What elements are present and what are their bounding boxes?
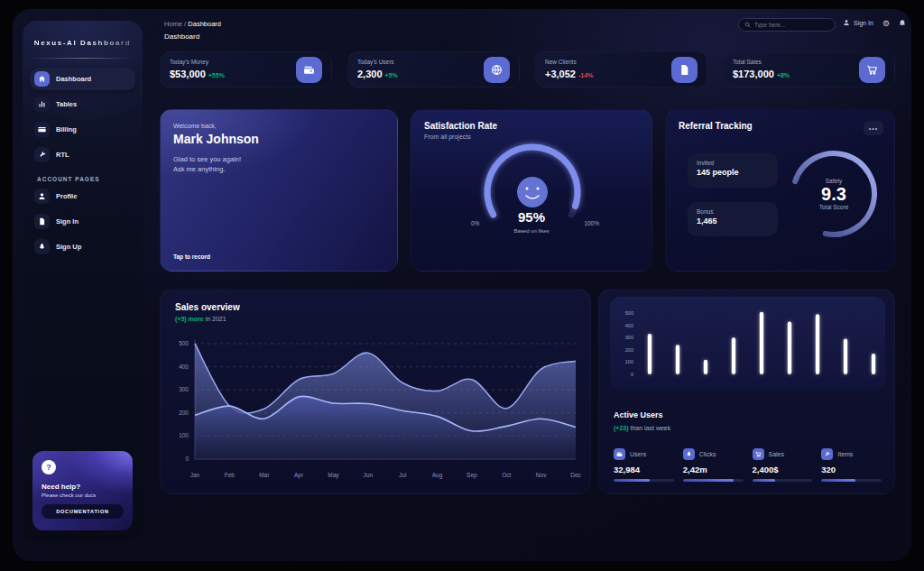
stat-value: $53,000: [170, 69, 206, 79]
active-users-title: Active Users: [614, 410, 663, 419]
question-icon: ?: [42, 460, 56, 474]
safety-label: Safety: [826, 178, 842, 184]
welcome-card: Welcome back, Mark Johnson Glad to see y…: [160, 109, 398, 272]
metric-label: Items: [837, 451, 853, 457]
svg-text:300: 300: [625, 335, 633, 340]
svg-text:400: 400: [625, 323, 633, 328]
globe-icon: [484, 57, 510, 83]
document-icon: [671, 57, 698, 83]
metric-value: 32,984: [614, 465, 674, 474]
help-card: ? Need help? Please check our docs DOCUM…: [32, 451, 133, 530]
sidebar-item-signup[interactable]: Sign Up: [30, 235, 135, 258]
svg-text:Nov: Nov: [536, 472, 547, 478]
sidebar-item-label: Billing: [56, 125, 77, 134]
ellipsis-icon: •••: [869, 125, 878, 132]
gear-icon: ⚙: [882, 19, 890, 28]
rocket-icon: [34, 239, 50, 254]
stat-value: 2,300: [357, 69, 383, 79]
stat-card-total-sales: Total Sales $173,000+8%: [723, 51, 895, 87]
svg-text:Dec: Dec: [570, 472, 581, 478]
stat-delta: -14%: [578, 72, 593, 78]
svg-text:Aug: Aug: [432, 472, 443, 479]
sidebar-item-rtl[interactable]: RTL: [30, 143, 135, 166]
activity-bar-chart: 5004003002001000: [610, 297, 885, 391]
svg-text:300: 300: [179, 386, 189, 392]
svg-text:200: 200: [179, 410, 189, 416]
svg-text:Jul: Jul: [399, 472, 407, 478]
svg-text:Jun: Jun: [364, 472, 374, 478]
help-subtitle: Please check our docs: [42, 493, 124, 498]
welcome-line2: Ask me anything.: [173, 165, 384, 173]
svg-text:0: 0: [185, 456, 189, 462]
tap-to-record-button[interactable]: Tap to record: [173, 253, 210, 260]
metric-value: 2,400$: [753, 465, 813, 474]
metric-sales: Sales 2,400$: [753, 448, 813, 482]
rocket-icon: [683, 448, 695, 460]
progress-bar: [683, 479, 744, 482]
svg-text:100: 100: [179, 432, 189, 438]
breadcrumb-separator: /: [184, 20, 186, 28]
dashboard-frame: Nexus-AI Dashboard Dashboard Tables Bill…: [13, 9, 911, 561]
person-icon: [34, 189, 50, 204]
sidebar-divider: [32, 58, 134, 59]
sidebar-item-label: Profile: [56, 192, 77, 200]
signin-label: Sign In: [854, 20, 873, 26]
stat-delta: +8%: [777, 72, 790, 78]
total-score-label: Total Score: [819, 204, 849, 210]
sidebar-item-tables[interactable]: Tables: [30, 93, 135, 115]
search-input[interactable]: [754, 22, 829, 28]
invited-label: Invited: [697, 160, 769, 166]
metric-clicks: Clicks 2,42m: [683, 448, 744, 482]
sidebar-item-signin[interactable]: Sign In: [30, 210, 135, 233]
welcome-line1: Glad to see you again!: [173, 155, 384, 163]
safety-score: 9.3: [821, 184, 846, 204]
sales-delta-line: (+5) more in 2021: [175, 316, 576, 322]
referral-tracking-card: Referral Tracking ••• Invited 145 people…: [665, 109, 895, 272]
stat-value: $173,000: [733, 69, 774, 79]
notifications-button[interactable]: [899, 19, 906, 26]
referral-title: Referral Tracking: [679, 121, 882, 131]
smiley-icon: [517, 177, 548, 207]
bonus-stat: Bonus 1,465: [688, 202, 778, 236]
svg-text:Jan: Jan: [190, 472, 200, 478]
sidebar-item-label: Dashboard: [56, 75, 91, 83]
person-icon: [843, 19, 850, 26]
sidebar-item-label: Sign Up: [56, 243, 81, 251]
bell-icon: [899, 19, 906, 26]
sidebar-item-profile[interactable]: Profile: [30, 185, 135, 207]
satisfaction-caption: Based on likes: [411, 228, 651, 234]
cart-icon: [859, 57, 885, 83]
metric-label: Users: [630, 451, 646, 457]
more-options-button[interactable]: •••: [864, 121, 883, 135]
stat-card-new-clients: New Clients +3,052-14%: [535, 51, 707, 87]
metric-value: 2,42m: [683, 465, 744, 474]
stat-card-todays-money: Today's Money $53,000+55%: [160, 51, 332, 87]
documentation-button[interactable]: DOCUMENTATION: [42, 504, 124, 519]
wrench-icon: [34, 147, 50, 162]
sales-period: in 2021: [206, 316, 226, 322]
svg-text:400: 400: [179, 364, 189, 370]
svg-text:0: 0: [631, 372, 633, 377]
active-users-delta: (+23): [614, 425, 629, 431]
svg-text:500: 500: [625, 310, 633, 316]
activity-bar-chart-panel: 5004003002001000: [610, 297, 885, 391]
help-title: Need help?: [42, 483, 124, 491]
svg-text:Oct: Oct: [502, 472, 511, 478]
sidebar-item-billing[interactable]: Billing: [30, 118, 135, 141]
sidebar: Nexus-AI Dashboard Dashboard Tables Bill…: [23, 21, 143, 541]
search-box: [738, 18, 836, 32]
breadcrumb-current: Dashboard: [188, 20, 221, 28]
sales-overview-card: Sales overview (+5) more in 2021 0100200…: [160, 289, 591, 494]
active-users-card: 5004003002001000 Active Users (+23) than…: [598, 289, 895, 494]
settings-button[interactable]: ⚙: [882, 19, 890, 28]
bonus-value: 1,465: [697, 216, 769, 226]
breadcrumb-home[interactable]: Home: [164, 20, 182, 28]
sidebar-item-label: Tables: [56, 100, 77, 108]
signin-button[interactable]: Sign In: [843, 19, 873, 26]
progress-bar: [614, 479, 674, 482]
sidebar-item-dashboard[interactable]: Dashboard: [30, 68, 135, 90]
home-icon: [34, 71, 50, 87]
svg-text:100: 100: [625, 359, 633, 364]
svg-text:500: 500: [179, 340, 189, 346]
metric-users: Users 32,984: [614, 448, 674, 482]
